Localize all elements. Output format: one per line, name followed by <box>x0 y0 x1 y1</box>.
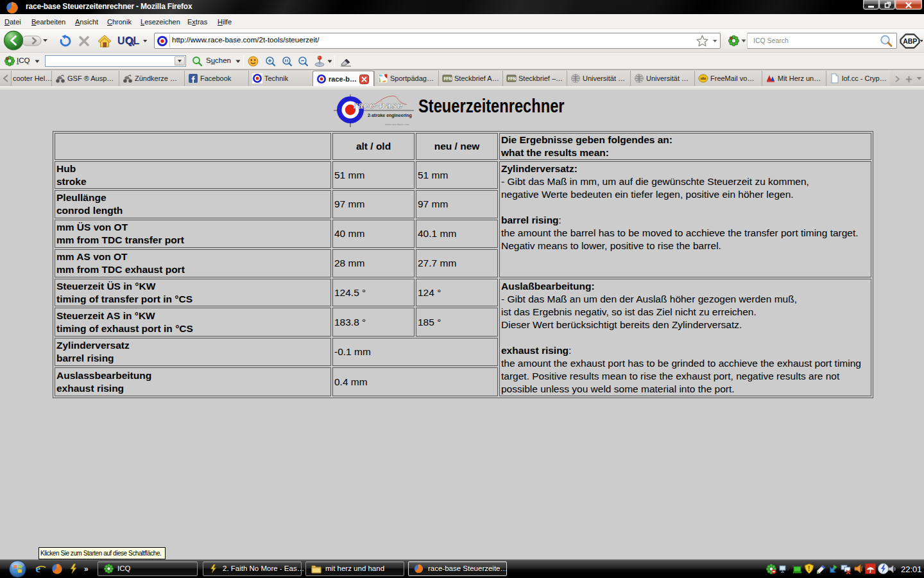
svg-text:FFN: FFN <box>508 76 517 81</box>
svg-text:www.race-base.com: www.race-base.com <box>385 123 409 126</box>
svg-text:UQL: UQL <box>117 35 140 46</box>
svg-text:ABP: ABP <box>903 37 917 45</box>
svg-text:race-base: race-base <box>354 100 403 110</box>
svg-text:2-stroke engineering: 2-stroke engineering <box>368 113 412 118</box>
svg-text:!: ! <box>808 565 810 572</box>
svg-text:FFN: FFN <box>444 76 452 81</box>
svg-text:e: e <box>36 563 41 574</box>
